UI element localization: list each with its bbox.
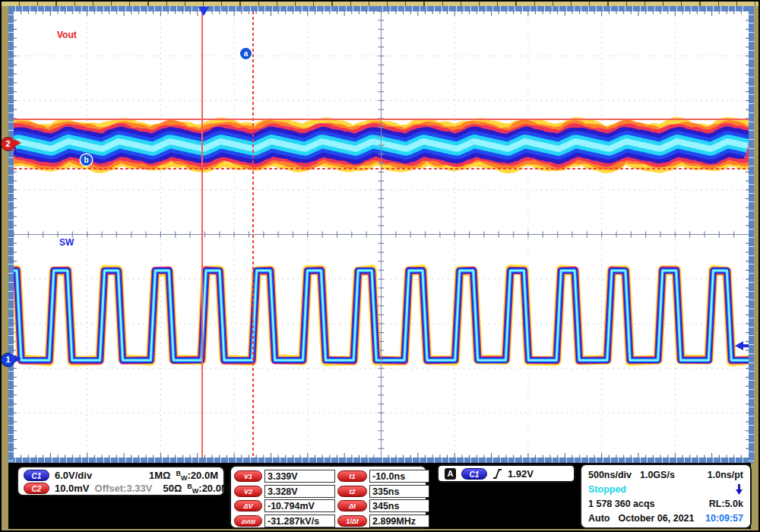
- delta-v-badge: ΔV: [234, 500, 262, 511]
- graticule-plot-area: a b Vout SW: [14, 11, 749, 458]
- channel1-marker[interactable]: 1: [1, 353, 15, 367]
- t1-value: -10.0ns: [369, 470, 429, 483]
- ch1-scale: 6.0V/div: [55, 470, 92, 481]
- ch1-badge[interactable]: C1: [24, 470, 49, 481]
- rising-edge-icon: [492, 468, 502, 480]
- arrow-down-icon: [735, 483, 743, 496]
- acquisition-count: 1 578 360 acqs: [588, 499, 655, 509]
- v2-value: 3.328V: [264, 485, 335, 498]
- ch1-settings-row[interactable]: C1 6.0V/div 1MΩ BW:20.0M: [18, 469, 223, 482]
- trigger-level-value: 1.92V: [508, 468, 534, 480]
- ch2-settings-row[interactable]: C2 10.0mV Offset:3.33V 50Ω BW:20.0M: [18, 482, 223, 495]
- ch2-badge[interactable]: C2: [24, 483, 49, 494]
- v1-value: 3.339V: [264, 470, 335, 483]
- v2-badge: V2: [234, 486, 262, 497]
- channel1-arrow-icon: [14, 355, 21, 363]
- dv-dt-badge: ΔV/Δt: [234, 515, 262, 527]
- cursor-b-badge[interactable]: b: [81, 154, 92, 166]
- ch2-impedance: 50Ω: [163, 483, 182, 494]
- v1-badge: V1: [234, 470, 262, 482]
- ch1-sw-label: SW: [59, 237, 74, 248]
- delta-v-value: -10.794mV: [264, 499, 335, 512]
- ruler-right: [749, 6, 754, 463]
- ch2-bandwidth: BW:20.0M: [187, 483, 229, 495]
- channel-settings-box[interactable]: C1 6.0V/div 1MΩ BW:20.0M C2 10.0mV Offse…: [17, 466, 225, 496]
- t1-badge: t1: [337, 470, 367, 482]
- sample-rate-value: 1.0GS/s: [640, 470, 675, 480]
- horizontal-acquisition-box[interactable]: 500ns/div 1.0GS/s 1.0ns/pt Stopped 1 578…: [580, 464, 752, 529]
- cursor-a-badge[interactable]: a: [240, 48, 252, 59]
- dv-dt-value: -31.287kV/s: [264, 515, 335, 527]
- ch2-vout-label: Vout: [57, 30, 77, 40]
- delta-t-value: 345ns: [369, 499, 429, 512]
- channel2-arrow-icon: [14, 139, 21, 147]
- cursor-horizontal-v1[interactable]: [14, 119, 749, 120]
- t2-value: 335ns: [369, 485, 429, 498]
- ch1-impedance: 1MΩ: [149, 470, 170, 481]
- ch2-scale: 10.0mV: [55, 483, 90, 494]
- waveform-canvas: [14, 11, 749, 458]
- cursor-vertical-t1[interactable]: [201, 11, 203, 458]
- timebase-value: 500ns/div: [588, 470, 632, 480]
- resolution-value: 1.0ns/pt: [708, 470, 743, 480]
- trigger-level-arrow-stem: [743, 344, 749, 347]
- cursor-vertical-t2[interactable]: [252, 11, 254, 458]
- trigger-source-badge: C1: [461, 468, 487, 480]
- trigger-position-marker[interactable]: [198, 7, 209, 16]
- ch1-bandwidth: BW:20.0M: [176, 470, 218, 482]
- ch2-offset: Offset:3.33V: [95, 483, 153, 494]
- cursor-readout-box[interactable]: V1 3.339V t1 -10.0ns V2 3.328V t2 335ns …: [230, 465, 427, 529]
- ruler-bottom: [8, 458, 751, 463]
- delta-t-badge: Δt: [337, 500, 367, 511]
- time-label: 10:09:57: [705, 513, 743, 524]
- inv-delta-t-value: 2.899MHz: [369, 515, 429, 527]
- trigger-settings-box[interactable]: A C1 1.92V: [437, 464, 575, 483]
- ruler-top: [8, 6, 751, 11]
- trigger-mode-badge: A: [445, 468, 456, 480]
- readout-panel: C1 6.0V/div 1MΩ BW:20.0M C2 10.0mV Offse…: [8, 463, 751, 529]
- date-label: October 06, 2021: [618, 513, 694, 524]
- ruler-left: [8, 6, 14, 463]
- t2-badge: t2: [337, 486, 367, 497]
- oscilloscope-screen: a b Vout SW 2 1 C1 6.0V/div 1MΩ BW:20.0M…: [0, 0, 760, 532]
- channel2-marker[interactable]: 2: [1, 137, 15, 151]
- cursor-horizontal-v2[interactable]: [14, 168, 749, 169]
- acquisition-status: Stopped: [588, 484, 626, 495]
- inv-delta-t-badge: 1/Δt: [337, 515, 367, 527]
- trigger-mode-label: Auto: [588, 513, 610, 524]
- record-length: RL:5.0k: [709, 499, 743, 509]
